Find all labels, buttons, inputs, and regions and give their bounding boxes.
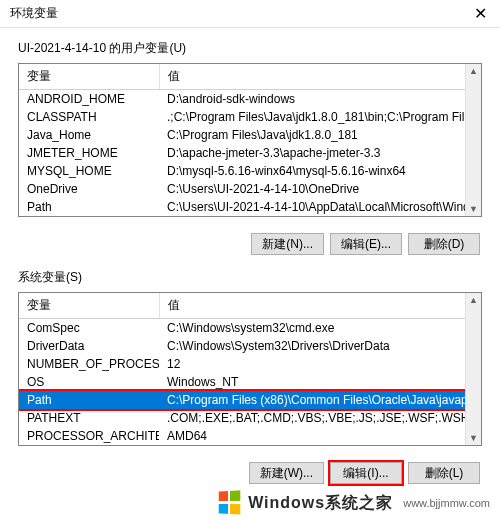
var-value-cell: Windows_NT: [159, 373, 465, 391]
var-name-cell: JMETER_HOME: [19, 144, 159, 162]
table-row[interactable]: ComSpecC:\Windows\system32\cmd.exe: [19, 319, 465, 338]
user-col-value[interactable]: 值: [159, 64, 465, 90]
var-name-cell: OneDrive: [19, 180, 159, 198]
user-vars-table-wrap: 变量 值 ANDROID_HOMED:\android-sdk-windowsC…: [18, 63, 482, 217]
system-vars-table-wrap: 变量 值 ComSpecC:\Windows\system32\cmd.exeD…: [18, 292, 482, 446]
system-new-button[interactable]: 新建(W)...: [249, 462, 324, 484]
user-edit-button[interactable]: 编辑(E)...: [330, 233, 402, 255]
table-row[interactable]: Java_HomeC:\Program Files\Java\jdk1.8.0_…: [19, 126, 465, 144]
scroll-up-icon: ▲: [469, 293, 478, 307]
window-title: 环境变量: [10, 5, 58, 22]
titlebar: 环境变量 ✕: [0, 0, 500, 28]
table-row[interactable]: JMETER_HOMED:\apache-jmeter-3.3\apache-j…: [19, 144, 465, 162]
system-delete-button[interactable]: 删除(L): [408, 462, 480, 484]
system-edit-button[interactable]: 编辑(I)...: [330, 462, 402, 484]
user-button-row: 新建(N)... 编辑(E)... 删除(D): [18, 227, 482, 269]
user-scrollbar[interactable]: ▲ ▼: [465, 64, 481, 216]
user-vars-table[interactable]: 变量 值 ANDROID_HOMED:\android-sdk-windowsC…: [19, 64, 465, 216]
system-col-name[interactable]: 变量: [19, 293, 159, 319]
table-row[interactable]: DriverDataC:\Windows\System32\Drivers\Dr…: [19, 337, 465, 355]
windows-logo-icon: [219, 490, 243, 515]
var-value-cell: D:\apache-jmeter-3.3\apache-jmeter-3.3: [159, 144, 465, 162]
var-name-cell: NUMBER_OF_PROCESSORS: [19, 355, 159, 373]
var-value-cell: D:\mysql-5.6.16-winx64\mysql-5.6.16-winx…: [159, 162, 465, 180]
var-name-cell: Path: [19, 391, 159, 409]
table-row[interactable]: OSWindows_NT: [19, 373, 465, 391]
var-value-cell: .;C:\Program Files\Java\jdk1.8.0_181\bin…: [159, 108, 465, 126]
var-name-cell: OS: [19, 373, 159, 391]
var-value-cell: D:\android-sdk-windows: [159, 90, 465, 109]
var-value-cell: C:\Users\UI-2021-4-14-10\AppData\Local\M…: [159, 198, 465, 216]
var-value-cell: C:\Program Files (x86)\Common Files\Orac…: [159, 391, 465, 409]
var-value-cell: C:\Windows\system32\cmd.exe: [159, 319, 465, 338]
var-name-cell: PROCESSOR_ARCHITECT...: [19, 427, 159, 445]
var-name-cell: ANDROID_HOME: [19, 90, 159, 109]
system-vars-label: 系统变量(S): [18, 269, 482, 286]
scroll-down-icon: ▼: [469, 202, 478, 216]
scroll-up-icon: ▲: [469, 64, 478, 78]
close-button[interactable]: ✕: [460, 0, 500, 28]
user-delete-button[interactable]: 删除(D): [408, 233, 480, 255]
user-col-name[interactable]: 变量: [19, 64, 159, 90]
var-name-cell: Path: [19, 198, 159, 216]
table-row[interactable]: PATHEXT.COM;.EXE;.BAT;.CMD;.VBS;.VBE;.JS…: [19, 409, 465, 427]
user-vars-label: UI-2021-4-14-10 的用户变量(U): [18, 40, 482, 57]
var-value-cell: C:\Users\UI-2021-4-14-10\OneDrive: [159, 180, 465, 198]
table-row[interactable]: OneDriveC:\Users\UI-2021-4-14-10\OneDriv…: [19, 180, 465, 198]
table-row[interactable]: NUMBER_OF_PROCESSORS12: [19, 355, 465, 373]
system-col-value[interactable]: 值: [159, 293, 465, 319]
watermark-text: Windows系统之家: [248, 493, 393, 514]
close-icon: ✕: [474, 4, 487, 23]
table-row[interactable]: CLASSPATH.;C:\Program Files\Java\jdk1.8.…: [19, 108, 465, 126]
var-name-cell: PATHEXT: [19, 409, 159, 427]
system-scrollbar[interactable]: ▲ ▼: [465, 293, 481, 445]
system-vars-table[interactable]: 变量 值 ComSpecC:\Windows\system32\cmd.exeD…: [19, 293, 465, 445]
dialog-body: UI-2021-4-14-10 的用户变量(U) 变量 值 ANDROID_HO…: [0, 28, 500, 521]
table-row[interactable]: PathC:\Program Files (x86)\Common Files\…: [19, 391, 465, 409]
table-row[interactable]: PROCESSOR_ARCHITECT...AMD64: [19, 427, 465, 445]
var-name-cell: CLASSPATH: [19, 108, 159, 126]
var-value-cell: C:\Program Files\Java\jdk1.8.0_181: [159, 126, 465, 144]
user-new-button[interactable]: 新建(N)...: [251, 233, 324, 255]
var-value-cell: 12: [159, 355, 465, 373]
var-value-cell: C:\Windows\System32\Drivers\DriverData: [159, 337, 465, 355]
var-name-cell: ComSpec: [19, 319, 159, 338]
table-row[interactable]: PathC:\Users\UI-2021-4-14-10\AppData\Loc…: [19, 198, 465, 216]
var-name-cell: MYSQL_HOME: [19, 162, 159, 180]
var-value-cell: AMD64: [159, 427, 465, 445]
watermark-url: www.bjjmmw.com: [403, 497, 490, 509]
var-value-cell: .COM;.EXE;.BAT;.CMD;.VBS;.VBE;.JS;.JSE;.…: [159, 409, 465, 427]
var-name-cell: Java_Home: [19, 126, 159, 144]
table-row[interactable]: MYSQL_HOMED:\mysql-5.6.16-winx64\mysql-5…: [19, 162, 465, 180]
table-row[interactable]: ANDROID_HOMED:\android-sdk-windows: [19, 90, 465, 109]
var-name-cell: DriverData: [19, 337, 159, 355]
scroll-down-icon: ▼: [469, 431, 478, 445]
watermark: Windows系统之家 www.bjjmmw.com: [0, 485, 500, 521]
